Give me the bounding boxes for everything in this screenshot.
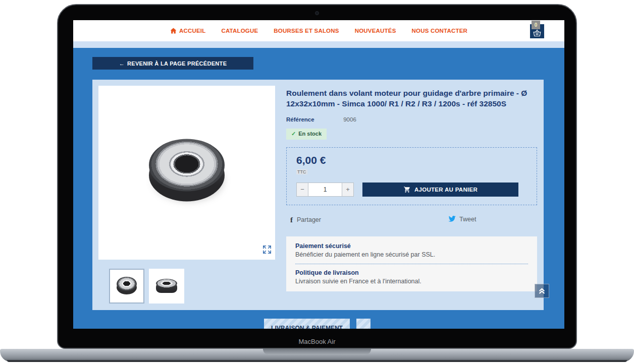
cart-button[interactable]: 0: [530, 24, 544, 38]
main-nav: ACCUEIL CATALOGUE BOURSES ET SALONS NOUV…: [170, 28, 467, 34]
macbook-mockup: MacBook Air ACCUEIL CATALOGUE BOURSES ET…: [0, 0, 634, 364]
quantity-input[interactable]: [308, 183, 342, 197]
laptop-base: [0, 349, 634, 362]
nav-item-nous-contacter[interactable]: NOUS CONTACTER: [412, 28, 468, 34]
facebook-share-label: Partager: [297, 216, 321, 223]
nav-label: ACCUEIL: [179, 28, 206, 34]
tax-label: TTC: [296, 169, 307, 174]
tab-collapse-button[interactable]: [356, 319, 371, 329]
nav-label: NOUVEAUTÉS: [355, 28, 396, 34]
cart-count-badge: 0: [532, 21, 540, 29]
product-price: 6,00 €: [296, 154, 527, 166]
header-substrip: [73, 41, 564, 48]
stock-label: En stock: [298, 131, 322, 137]
quantity-increase-button[interactable]: +: [342, 183, 354, 197]
reassurance-title: Paiement sécurisé: [295, 242, 528, 250]
twitter-icon: [448, 216, 456, 222]
reassurance-block: Paiement sécurisé Bénéficier du paiement…: [286, 236, 537, 291]
bearing-face: [149, 139, 225, 191]
back-button[interactable]: ← REVENIR À LA PAGE PRÉCÉDENTE: [92, 57, 253, 70]
reference-label: Référence: [286, 116, 342, 123]
stock-badge: ✓ En stock: [286, 129, 327, 140]
site-header: ACCUEIL CATALOGUE BOURSES ET SALONS NOUV…: [73, 20, 564, 41]
add-to-cart-label: AJOUTER AU PANIER: [414, 187, 478, 193]
reassurance-item-delivery: Politique de livraison Livraison suivie …: [295, 264, 528, 290]
expand-image-icon[interactable]: [262, 245, 272, 256]
purchase-box: 6,00 € TTC − + AJOUTER AU PA: [286, 147, 537, 205]
laptop-hinge-notch: [263, 349, 371, 355]
nav-item-nouveautes[interactable]: NOUVEAUTÉS: [355, 28, 396, 34]
nav-label: NOUS CONTACTER: [412, 28, 468, 34]
reference-value: 9006: [343, 116, 356, 123]
back-button-label: REVENIR À LA PAGE PRÉCÉDENTE: [127, 60, 227, 67]
webcam-dot: [315, 11, 319, 15]
cart-icon: [403, 186, 411, 193]
product-main-image[interactable]: [98, 86, 275, 260]
laptop-screen-bezel: MacBook Air ACCUEIL CATALOGUE BOURSES ET…: [57, 4, 577, 349]
product-title: Roulement dans volant moteur pour guidag…: [286, 88, 537, 109]
bearing-photo: [149, 139, 225, 204]
content-area: ← REVENIR À LA PAGE PRÉCÉDENTE: [73, 48, 564, 329]
tweet-label: Tweet: [459, 216, 476, 223]
check-icon: ✓: [291, 131, 296, 137]
nav-item-accueil[interactable]: ACCUEIL: [170, 28, 206, 34]
product-card: Roulement dans volant moteur pour guidag…: [92, 80, 544, 310]
tab-label: LIVRAISON & PAIEMENT: [271, 325, 343, 329]
facebook-icon: f: [290, 216, 293, 224]
home-icon: [170, 28, 177, 34]
nav-label: BOURSES ET SALONS: [274, 28, 339, 34]
reference-row: Référence 9006: [286, 116, 537, 123]
reassurance-text: Bénéficier du paiement en ligne sécurisé…: [295, 251, 528, 258]
reassurance-text: Livraison suivie en France et à l'intern…: [295, 278, 528, 285]
product-details: Roulement dans volant moteur pour guidag…: [286, 88, 537, 291]
facebook-share-button[interactable]: f Partager: [290, 216, 321, 224]
buy-row: − + AJOUTER AU PANIER: [296, 183, 527, 197]
thumbnail-1[interactable]: [109, 269, 144, 304]
browser-page: ACCUEIL CATALOGUE BOURSES ET SALONS NOUV…: [73, 20, 564, 329]
reassurance-item-payment: Paiement sécurisé Bénéficier du paiement…: [295, 237, 528, 264]
reassurance-title: Politique de livraison: [295, 269, 528, 276]
nav-label: CATALOGUE: [221, 28, 258, 34]
basket-icon: [533, 29, 542, 37]
device-label: MacBook Air: [58, 338, 576, 345]
scroll-to-top-button[interactable]: [535, 284, 549, 298]
quantity-decrease-button[interactable]: −: [296, 183, 308, 197]
thumbnail-2[interactable]: [149, 269, 184, 304]
back-arrow-icon: ←: [119, 60, 125, 67]
add-to-cart-button[interactable]: AJOUTER AU PANIER: [362, 183, 518, 197]
double-chevron-up-icon: [538, 287, 546, 294]
nav-item-catalogue[interactable]: CATALOGUE: [221, 28, 258, 34]
tab-livraison-paiement[interactable]: LIVRAISON & PAIEMENT: [264, 319, 350, 329]
share-row: f Partager Tweet: [286, 216, 537, 225]
nav-item-bourses-et-salons[interactable]: BOURSES ET SALONS: [274, 28, 339, 34]
tweet-button[interactable]: Tweet: [448, 216, 476, 223]
